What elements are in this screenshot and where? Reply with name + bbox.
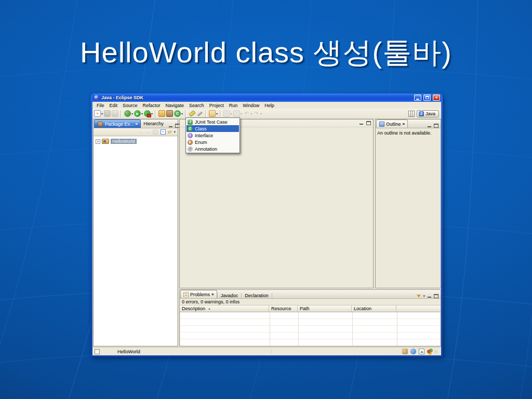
tab-declaration[interactable]: Declaration <box>242 293 272 298</box>
maximize-view-icon[interactable] <box>434 294 438 298</box>
close-tab-icon[interactable]: × <box>211 292 214 297</box>
new-package-icon[interactable] <box>166 110 173 117</box>
last-edit-location-icon[interactable] <box>223 110 230 117</box>
print-icon[interactable] <box>112 110 118 117</box>
menu-project[interactable]: Project <box>207 103 227 108</box>
debug-icon[interactable] <box>124 110 131 117</box>
column-resource[interactable]: Resource <box>269 305 298 312</box>
search-icon[interactable] <box>189 110 196 117</box>
expand-icon[interactable]: + <box>96 139 100 144</box>
menu-item-label: Enum <box>195 140 207 145</box>
toolbar-separator <box>121 110 122 117</box>
run-caret-icon[interactable]: ▾ <box>141 112 143 115</box>
open-type-caret-icon[interactable]: ▾ <box>216 112 218 115</box>
back-icon[interactable]: ↶ <box>245 111 249 116</box>
menu-window[interactable]: Window <box>240 103 262 108</box>
preview-status-icon[interactable] <box>419 349 424 354</box>
save-icon[interactable] <box>104 110 111 117</box>
tab-problems-label: Problems <box>190 292 210 297</box>
package-explorer-toolbar: ← → − ⇄ ▾ <box>94 128 178 136</box>
minimize-view-icon[interactable] <box>427 294 432 298</box>
filter-icon[interactable] <box>417 295 421 298</box>
menu-search[interactable]: Search <box>187 103 207 108</box>
back-icon[interactable]: ← <box>139 129 143 135</box>
column-path[interactable]: Path <box>298 305 352 312</box>
menu-edit[interactable]: Edit <box>107 103 121 108</box>
toolbar-separator <box>185 110 187 117</box>
tab-package-explorer[interactable]: Package Ex... × <box>94 119 141 128</box>
collapse-all-icon[interactable]: − <box>161 129 166 135</box>
forward-icon[interactable]: ↷ <box>255 111 259 116</box>
problems-icon <box>183 292 189 297</box>
menu-item-label: Annotation <box>195 147 217 152</box>
close-tab-icon[interactable]: × <box>136 122 138 126</box>
open-perspective-icon[interactable] <box>408 111 415 117</box>
tree-row[interactable]: + HelloWorld <box>96 139 176 144</box>
menu-file[interactable]: File <box>94 103 107 108</box>
close-button[interactable]: × <box>433 95 440 101</box>
menu-item-enum[interactable]: E Enum <box>187 139 239 145</box>
close-tab-icon[interactable]: × <box>403 122 405 126</box>
maximize-view-icon[interactable] <box>434 124 438 128</box>
java-perspective-button[interactable]: J Java <box>417 110 439 117</box>
new-wizard-caret-icon[interactable]: ▾ <box>101 112 103 115</box>
tab-problems[interactable]: Problems × <box>180 290 217 298</box>
menu-source[interactable]: Source <box>120 103 140 108</box>
new-class-icon[interactable]: C <box>174 110 181 117</box>
menu-refactor[interactable]: Refactor <box>140 103 163 108</box>
menu-item-class[interactable]: C Class <box>187 125 239 132</box>
minimize-view-icon[interactable] <box>168 124 173 128</box>
problems-table-body[interactable] <box>180 312 440 345</box>
menu-help[interactable]: Help <box>262 103 277 108</box>
up-icon[interactable] <box>153 129 158 135</box>
toolbar-separator <box>220 110 221 117</box>
mark-occurrences-icon[interactable] <box>197 111 203 116</box>
external-tools-caret-icon[interactable]: ▾ <box>151 112 153 115</box>
go-into-icon[interactable] <box>233 110 240 117</box>
restore-icon <box>425 96 429 99</box>
column-divider <box>352 312 353 345</box>
problems-table-header: Description ▲ Resource Path Location <box>180 305 441 312</box>
minimize-editor-icon[interactable] <box>359 121 364 125</box>
progress-status-icon[interactable] <box>410 349 416 354</box>
menu-item-interface[interactable]: I Interface <box>187 132 239 139</box>
tab-hierarchy[interactable]: Hierarchy <box>141 119 166 128</box>
new-wizard-icon[interactable]: + <box>94 110 101 117</box>
outline-icon <box>379 122 384 127</box>
run-icon[interactable]: ▶ <box>134 110 141 117</box>
window-title: Java - Eclipse SDK <box>101 95 412 100</box>
tab-outline[interactable]: Outline × <box>376 119 408 128</box>
build-status-icon[interactable] <box>402 349 408 354</box>
tab-javadoc[interactable]: Javadoc <box>217 293 242 298</box>
minimize-icon <box>416 99 419 100</box>
menu-item-annotation[interactable]: @ Annotation <box>187 145 239 152</box>
restore-button[interactable] <box>423 95 431 101</box>
minimize-view-icon[interactable] <box>427 124 432 128</box>
menu-run[interactable]: Run <box>227 103 241 108</box>
open-type-icon[interactable] <box>209 110 216 117</box>
menu-bar: File Edit Source Refactor Navigate Searc… <box>92 102 441 109</box>
new-java-project-icon[interactable] <box>158 110 165 117</box>
slide-canvas: HelloWorld class 생성(툴바) Java - Eclipse S… <box>0 0 532 399</box>
link-with-editor-icon[interactable]: ⇄ <box>168 129 172 135</box>
minimize-button[interactable] <box>414 95 421 101</box>
tree-item-helloworld[interactable]: HelloWorld <box>111 139 137 144</box>
menu-navigate[interactable]: Navigate <box>163 103 187 108</box>
view-menu-icon[interactable]: ▾ <box>174 130 176 134</box>
column-description[interactable]: Description ▲ <box>180 305 269 312</box>
debug-caret-icon[interactable]: ▾ <box>131 112 133 115</box>
column-location[interactable]: Location <box>352 305 396 312</box>
maximize-editor-icon[interactable] <box>366 121 371 125</box>
fast-view-icon[interactable] <box>95 349 100 354</box>
external-tools-icon[interactable] <box>144 110 151 117</box>
view-menu-icon[interactable]: ▾ <box>423 294 425 298</box>
problems-summary: 0 errors, 0 warnings, 0 infos <box>180 299 441 305</box>
package-explorer-tabbar: Package Ex... × Hierarchy <box>94 119 178 128</box>
heap-status-icon[interactable]: ◇ <box>433 349 439 354</box>
forward-icon[interactable]: → <box>145 129 150 135</box>
package-explorer-tree: + HelloWorld <box>94 137 177 345</box>
new-class-caret-icon[interactable]: ▾ <box>181 112 183 115</box>
sync-status-icon[interactable] <box>427 350 431 353</box>
menu-item-junit-test-case[interactable]: J JUnit Test Case <box>187 118 239 125</box>
window-titlebar[interactable]: Java - Eclipse SDK × <box>92 94 441 102</box>
